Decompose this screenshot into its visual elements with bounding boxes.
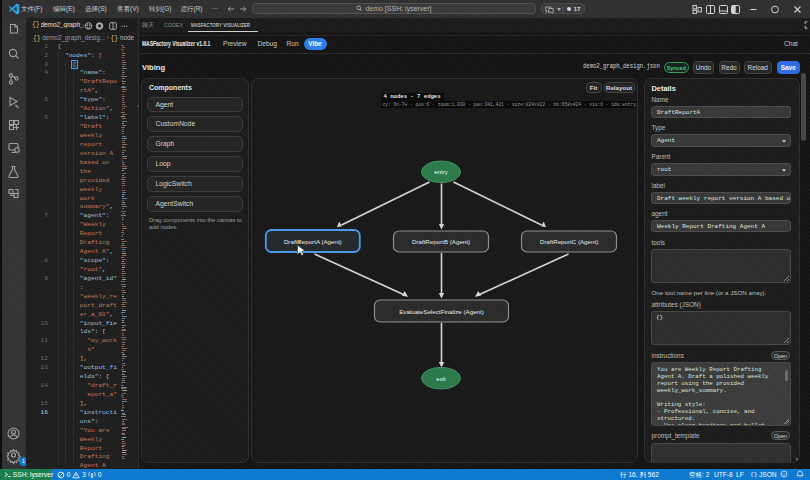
svg-text:entry: entry xyxy=(434,169,447,175)
svg-text:exit: exit xyxy=(436,376,446,382)
svg-text:DraftReportC (Agent): DraftReportC (Agent) xyxy=(539,238,597,245)
svg-text:DraftReportA (Agent): DraftReportA (Agent) xyxy=(283,238,341,245)
svg-text:EvaluateSelectFinalize (Agent): EvaluateSelectFinalize (Agent) xyxy=(399,308,484,315)
svg-text:DraftReportB (Agent): DraftReportB (Agent) xyxy=(411,238,469,245)
